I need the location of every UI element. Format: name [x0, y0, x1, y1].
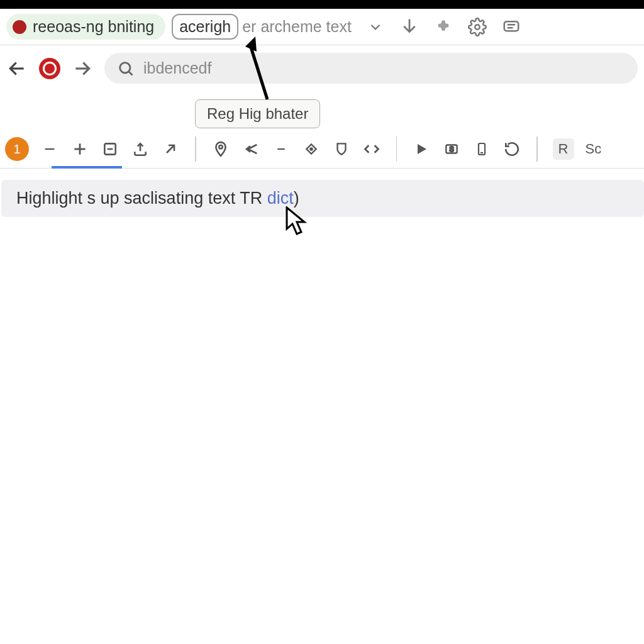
- top-icon-group: [365, 17, 521, 37]
- upload-icon[interactable]: [131, 140, 150, 158]
- external-link-icon[interactable]: [161, 140, 180, 158]
- tab-chip-label: reeoas-ng bniting: [33, 18, 154, 36]
- nav-bar: ibdencedf: [0, 45, 644, 91]
- code-icon[interactable]: [362, 140, 381, 158]
- svg-point-23: [310, 148, 312, 150]
- download-icon[interactable]: [399, 17, 419, 37]
- search-bar[interactable]: ibdencedf: [104, 53, 638, 84]
- device-icon[interactable]: [472, 140, 491, 158]
- toolbar-divider: [195, 136, 196, 162]
- window-top-border: [0, 0, 644, 9]
- svg-text:S: S: [449, 145, 453, 153]
- snippet-icon[interactable]: S: [442, 140, 461, 158]
- shield-icon[interactable]: [332, 140, 351, 158]
- search-input-text: ibdencedf: [143, 59, 211, 77]
- comment-icon[interactable]: [501, 17, 521, 37]
- selected-token[interactable]: acerigh: [172, 14, 238, 40]
- diamond-icon[interactable]: [302, 140, 321, 158]
- collapse-icon[interactable]: [101, 140, 119, 158]
- svg-point-7: [120, 62, 130, 72]
- pin-icon[interactable]: [211, 140, 230, 158]
- count-badge[interactable]: 1: [5, 137, 29, 161]
- tab-header-bar: reeoas-ng bniting acerigh er archeme tex…: [0, 9, 644, 45]
- search-icon: [117, 60, 135, 77]
- active-tab-underline: [52, 166, 122, 169]
- content-suffix: ): [294, 189, 299, 208]
- content-prefix: Highlight s up saclisating text TR: [16, 189, 267, 208]
- gear-icon[interactable]: [467, 17, 487, 37]
- tooltip: Reg Hig bhater: [195, 99, 320, 128]
- svg-line-8: [129, 71, 133, 75]
- faded-continuation-text: er archeme text: [242, 18, 352, 36]
- sc-label: Sc: [586, 141, 602, 157]
- play-icon[interactable]: [412, 140, 431, 158]
- refresh-icon[interactable]: [502, 140, 521, 158]
- svg-rect-2: [504, 21, 519, 31]
- plus-icon[interactable]: [70, 140, 89, 158]
- action-toolbar: 1 S R Sc: [0, 128, 644, 169]
- minus-small-icon[interactable]: [272, 140, 291, 158]
- record-dot-icon: [13, 20, 26, 34]
- minus-icon[interactable]: [40, 140, 59, 158]
- r-button[interactable]: R: [553, 138, 574, 160]
- tab-chip[interactable]: reeoas-ng bniting: [6, 14, 165, 40]
- back-icon[interactable]: [6, 58, 28, 79]
- svg-marker-24: [418, 144, 426, 154]
- svg-line-17: [167, 145, 174, 153]
- toolbar-divider-3: [536, 136, 538, 162]
- extension-icon[interactable]: [433, 17, 453, 37]
- content-link[interactable]: dict: [267, 189, 294, 208]
- chevron-down-icon[interactable]: [365, 17, 386, 37]
- svg-point-18: [219, 145, 222, 148]
- merge-icon[interactable]: [242, 140, 260, 158]
- selected-token-text: acerigh: [179, 18, 231, 35]
- content-row[interactable]: Highlight s up saclisating text TR dict): [1, 180, 644, 217]
- forward-icon[interactable]: [72, 58, 93, 79]
- toolbar-divider-2: [396, 136, 397, 162]
- svg-point-1: [475, 25, 480, 30]
- tooltip-text: Reg Hig bhater: [207, 105, 308, 122]
- home-circle-icon[interactable]: [39, 58, 60, 79]
